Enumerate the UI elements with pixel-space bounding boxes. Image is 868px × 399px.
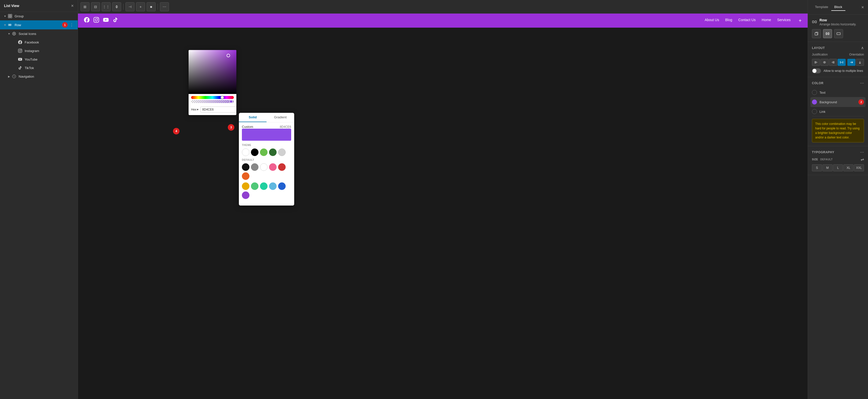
layout-collapse-icon[interactable]: ∧ (861, 45, 864, 50)
left-panel: List View × ▼ Group ▼ Row 1 ⋮ ▼ Social I… (0, 0, 78, 399)
tree-item-youtube[interactable]: ▶ YouTube (0, 55, 78, 64)
custom-color-swatch[interactable] (242, 129, 291, 141)
link-color-row[interactable]: Link (812, 107, 864, 117)
tree-item-facebook[interactable]: ▶ Facebook (0, 38, 78, 46)
theme-section: THEME DEFAULT (239, 144, 294, 199)
background-color-row[interactable]: Background 2 (810, 97, 866, 107)
row-more-button[interactable]: ⋮ (69, 23, 75, 27)
justify-right-button[interactable] (829, 59, 837, 66)
youtube-icon (18, 57, 23, 62)
default-swatch-purple[interactable] (242, 192, 249, 199)
more-options-button[interactable]: ⋯ (160, 2, 169, 11)
tiktok-social-icon[interactable] (113, 17, 118, 24)
block-tab[interactable]: Block (831, 3, 845, 11)
custom-color-value: 8D4CE6 (280, 125, 291, 129)
align-left-button[interactable]: ⊣ (125, 2, 134, 11)
alpha-slider[interactable] (191, 100, 234, 103)
gradient-tab[interactable]: Gradient (267, 113, 294, 122)
nav-link-blog[interactable]: Blog (725, 18, 732, 24)
justify-center-button[interactable] (820, 59, 829, 66)
template-tab[interactable]: Template (812, 3, 831, 11)
size-l-button[interactable]: L (833, 164, 843, 171)
facebook-social-icon[interactable] (84, 17, 90, 24)
color-picker-circle[interactable] (226, 54, 230, 57)
typography-more-icon[interactable]: ⋯ (860, 150, 864, 155)
tree-item-row[interactable]: ▼ Row 1 ⋮ (0, 20, 78, 29)
size-xl-button[interactable]: XL (843, 164, 854, 171)
default-swatch-gray[interactable] (251, 163, 258, 171)
wide-layout-button[interactable] (834, 29, 843, 38)
center-align-button[interactable]: ⊟ (91, 2, 100, 11)
color-more-icon[interactable]: ⋯ (860, 81, 864, 86)
justify-space-between-button[interactable] (838, 59, 846, 66)
tree-item-instagram[interactable]: ▶ Instagram (0, 46, 78, 55)
orient-horizontal-button[interactable] (847, 59, 856, 66)
nav-link-about[interactable]: About Us (705, 18, 719, 24)
color-gradient[interactable] (189, 50, 236, 94)
default-swatch-teal[interactable] (260, 182, 268, 190)
hex-dropdown[interactable]: Hex ▾ (191, 108, 198, 111)
hue-slider[interactable] (191, 96, 234, 99)
default-swatch-lightblue[interactable] (269, 182, 277, 190)
right-panel-close-button[interactable]: × (861, 5, 864, 9)
text-color-circle (812, 90, 817, 95)
block-button[interactable]: ■ (147, 2, 156, 11)
hex-row: Hex ▾ ⧉ (189, 105, 236, 115)
theme-swatch-lightgray[interactable] (278, 148, 286, 156)
size-m-button[interactable]: M (823, 164, 833, 171)
row-icon (7, 22, 12, 27)
svg-rect-10 (815, 33, 817, 35)
size-s-button[interactable]: S (812, 164, 822, 171)
warning-text: This color combination may be hard for p… (815, 122, 860, 139)
default-swatch-red[interactable] (278, 163, 286, 171)
size-adjust-icon[interactable]: ⇌ (861, 157, 864, 162)
tree-item-navigation[interactable]: ▶ Navigation (0, 72, 78, 81)
size-xxl-button[interactable]: XXL (854, 164, 864, 171)
layout-label: Layout (812, 46, 825, 50)
duplicate-button[interactable]: ⊞ (81, 2, 90, 11)
wrap-label: Allow to wrap to multiple lines (824, 69, 863, 73)
group-icon (7, 13, 12, 19)
theme-swatch-green[interactable] (260, 148, 268, 156)
center-layout-button[interactable] (823, 29, 832, 38)
svg-rect-3 (10, 16, 12, 18)
solid-gradient-popup: Solid Gradient Custom 8D4CE6 THEME DEFAU… (239, 113, 294, 205)
default-swatch-orange[interactable] (242, 172, 249, 180)
duplicate-block-button[interactable] (812, 29, 821, 38)
solid-tab[interactable]: Solid (239, 113, 267, 122)
nav-links: About Us Blog Contact Us Home Services + (705, 18, 802, 24)
tree-item-social-icons[interactable]: ▼ Social Icons (0, 29, 78, 38)
default-swatch-mint[interactable] (251, 182, 258, 190)
facebook-icon (18, 40, 23, 45)
typography-size-row: SIZE DEFAULT ⇌ (812, 157, 864, 162)
nav-link-home[interactable]: Home (762, 18, 771, 24)
theme-swatch-darkgreen[interactable] (269, 148, 277, 156)
alpha-handle[interactable] (229, 100, 233, 103)
tree-item-label: TikTok (25, 66, 75, 70)
tiktok-icon (18, 65, 23, 70)
left-panel-close-button[interactable]: × (71, 3, 74, 8)
youtube-social-icon[interactable] (103, 17, 108, 24)
orient-vertical-button[interactable] (856, 59, 864, 66)
hex-input[interactable] (200, 106, 236, 112)
theme-swatch-white[interactable] (242, 148, 249, 156)
justify-left-button[interactable] (812, 59, 820, 66)
text-color-row[interactable]: Text (812, 88, 864, 97)
color-picker-popup: Hex ▾ ⧉ (189, 50, 236, 115)
default-swatch-pink[interactable] (269, 163, 277, 171)
nav-link-contact[interactable]: Contact Us (738, 18, 755, 24)
nav-link-services[interactable]: Services (777, 18, 791, 24)
default-swatch-white[interactable] (260, 163, 268, 171)
default-swatch-blue[interactable] (278, 182, 286, 190)
default-swatch-black[interactable] (242, 163, 249, 171)
default-swatch-yellow[interactable] (242, 182, 249, 190)
tree-item-tiktok[interactable]: ▶ TikTok (0, 64, 78, 72)
tree-item-group[interactable]: ▼ Group (0, 12, 78, 20)
move-button[interactable]: ⋮⋮ (101, 2, 111, 11)
theme-swatch-black[interactable] (251, 148, 258, 156)
add-block-button[interactable]: + (136, 2, 145, 11)
instagram-social-icon[interactable] (94, 17, 99, 24)
nav-add-button[interactable]: + (799, 18, 802, 24)
wrap-toggle[interactable] (812, 68, 821, 73)
up-down-button[interactable] (112, 2, 121, 11)
